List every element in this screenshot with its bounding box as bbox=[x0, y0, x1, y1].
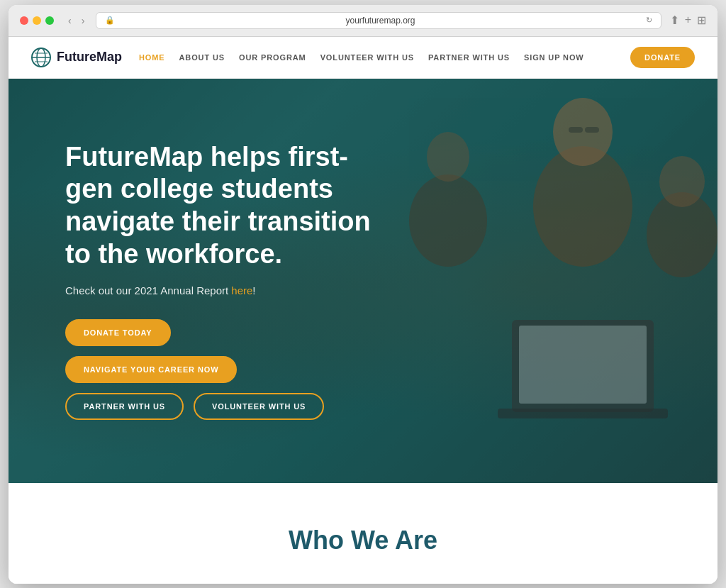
who-we-are-title: Who We Are bbox=[31, 526, 695, 555]
logo-link[interactable]: FutureMap bbox=[31, 48, 122, 67]
nav-partner[interactable]: PARTNER WITH US bbox=[428, 53, 510, 62]
navigate-career-button[interactable]: NAVIGATE YOUR CAREER NOW bbox=[65, 356, 237, 383]
svg-rect-13 bbox=[498, 409, 668, 418]
hero-buttons: DONATE TODAY NAVIGATE YOUR CAREER NOW PA… bbox=[65, 319, 391, 420]
hero-content: FutureMap helps first-gen college studen… bbox=[9, 99, 448, 462]
logo-text: FutureMap bbox=[57, 50, 122, 65]
logo-icon bbox=[31, 48, 51, 67]
hero-subtitle-prefix: Check out our 2021 Annual Report bbox=[65, 284, 231, 296]
hero-subtitle-suffix: ! bbox=[252, 284, 255, 296]
browser-actions: ⬆ + ⊞ bbox=[670, 13, 706, 27]
header-donate-button[interactable]: DONATE bbox=[630, 47, 695, 68]
svg-rect-9 bbox=[569, 127, 583, 133]
svg-point-8 bbox=[553, 98, 613, 166]
nav-signup[interactable]: SIGN UP NOW bbox=[524, 53, 584, 62]
svg-point-15 bbox=[659, 156, 705, 207]
svg-rect-12 bbox=[519, 326, 647, 404]
close-icon[interactable] bbox=[20, 16, 28, 25]
extensions-icon[interactable]: ⊞ bbox=[697, 13, 706, 27]
svg-rect-10 bbox=[585, 127, 599, 133]
volunteer-button[interactable]: VOLUNTEER WITH US bbox=[194, 393, 324, 420]
website: FutureMap HOME ABOUT US OUR PROGRAM VOLU… bbox=[9, 37, 717, 584]
who-we-are-section: Who We Are bbox=[9, 483, 717, 584]
site-header: FutureMap HOME ABOUT US OUR PROGRAM VOLU… bbox=[9, 37, 717, 79]
nav-volunteer[interactable]: VOLUNTEER WITH US bbox=[320, 53, 414, 62]
browser-titlebar: ‹ › 🔒 yourfuturemap.org ↻ ⬆ + ⊞ bbox=[9, 5, 717, 37]
refresh-icon: ↻ bbox=[646, 16, 652, 25]
browser-traffic-lights bbox=[20, 16, 54, 25]
lock-icon: 🔒 bbox=[105, 16, 115, 25]
minimize-icon[interactable] bbox=[33, 16, 41, 25]
back-button[interactable]: ‹ bbox=[65, 13, 74, 28]
main-nav: HOME ABOUT US OUR PROGRAM VOLUNTEER WITH… bbox=[139, 47, 695, 68]
annual-report-link[interactable]: here bbox=[231, 284, 252, 296]
nav-home[interactable]: HOME bbox=[139, 53, 165, 62]
partner-button[interactable]: PARTNER WITH US bbox=[65, 393, 184, 420]
nav-about[interactable]: ABOUT US bbox=[179, 53, 225, 62]
address-bar[interactable]: 🔒 yourfuturemap.org ↻ bbox=[96, 12, 661, 29]
browser-window: ‹ › 🔒 yourfuturemap.org ↻ ⬆ + ⊞ bbox=[9, 5, 717, 584]
forward-button[interactable]: › bbox=[79, 13, 88, 28]
maximize-icon[interactable] bbox=[45, 16, 54, 25]
hero-title: FutureMap helps first-gen college studen… bbox=[65, 141, 391, 270]
new-tab-icon[interactable]: + bbox=[685, 13, 691, 27]
share-icon[interactable]: ⬆ bbox=[670, 13, 679, 27]
hero-btn-row-2: PARTNER WITH US VOLUNTEER WITH US bbox=[65, 393, 324, 420]
url-text: yourfuturemap.org bbox=[119, 16, 641, 26]
hero-subtitle: Check out our 2021 Annual Report here! bbox=[65, 284, 391, 296]
donate-today-button[interactable]: DONATE TODAY bbox=[65, 319, 171, 346]
hero-section: FutureMap helps first-gen college studen… bbox=[9, 79, 717, 483]
browser-nav-buttons: ‹ › bbox=[65, 13, 87, 28]
nav-program[interactable]: OUR PROGRAM bbox=[239, 53, 306, 62]
